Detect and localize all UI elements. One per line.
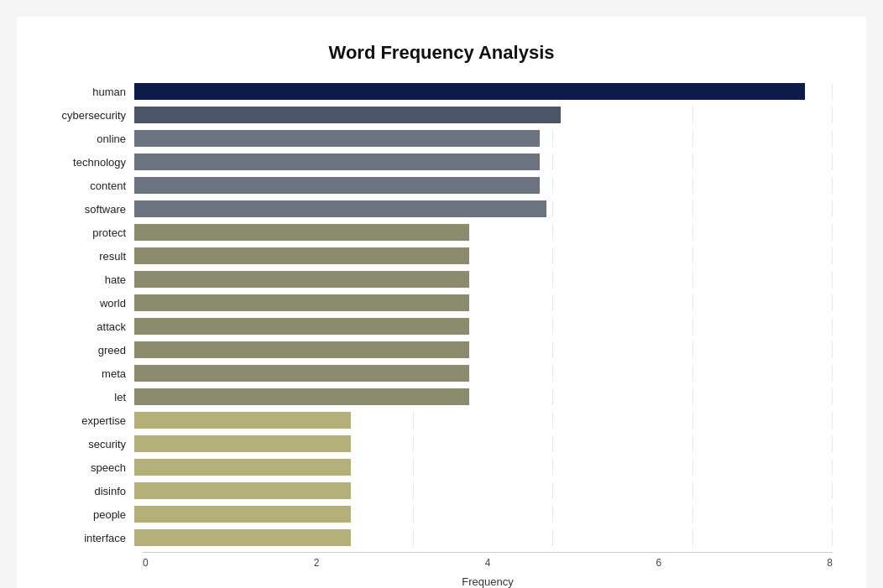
x-tick: 6 (656, 557, 661, 569)
bar-fill (134, 294, 469, 311)
bar-track (134, 271, 833, 288)
bar-row: security (50, 433, 833, 455)
bar-fill (134, 318, 469, 335)
bar-fill (134, 271, 469, 288)
bar-fill (134, 412, 351, 429)
bar-row: meta (50, 362, 833, 384)
bar-label: software (50, 203, 134, 216)
bar-track (134, 318, 833, 335)
bar-track (134, 459, 833, 476)
x-ticks: 02468 (143, 553, 833, 569)
bar-row: greed (50, 339, 833, 361)
bar-row: human (50, 81, 833, 102)
bar-row: world (50, 292, 833, 314)
x-tick: 0 (143, 557, 149, 569)
bar-track (134, 294, 833, 311)
bar-track (134, 177, 833, 194)
bar-row: technology (50, 151, 833, 173)
bar-fill (134, 506, 351, 523)
bar-track (134, 83, 833, 100)
bar-fill (134, 482, 351, 499)
x-tick: 4 (485, 557, 491, 569)
bar-track (134, 529, 833, 546)
bar-label: online (50, 133, 134, 145)
bar-label: content (50, 180, 134, 192)
bar-label: result (50, 250, 134, 263)
bar-track (134, 200, 833, 217)
bar-label: meta (50, 367, 134, 380)
bar-label: attack (50, 320, 134, 333)
bar-label: greed (50, 344, 134, 356)
bar-row: software (50, 198, 833, 220)
x-tick: 2 (314, 557, 320, 569)
bar-label: speech (50, 461, 134, 474)
bar-track (134, 224, 833, 241)
x-axis: 02468 Frequency (143, 552, 833, 588)
bar-row: disinfo (50, 480, 833, 502)
bar-row: people (50, 503, 833, 525)
bar-fill (134, 83, 805, 100)
bar-label: technology (50, 156, 134, 169)
bar-label: let (50, 391, 134, 403)
bar-track (134, 247, 833, 264)
bar-label: hate (50, 273, 134, 286)
bar-label: disinfo (50, 485, 134, 497)
bar-fill (134, 177, 540, 194)
bar-fill (134, 365, 469, 382)
bar-track (134, 107, 833, 123)
bar-row: protect (50, 221, 833, 243)
bar-track (134, 154, 833, 170)
bar-track (134, 388, 833, 405)
bar-fill (134, 529, 351, 546)
bar-label: people (50, 508, 134, 521)
bar-label: human (50, 86, 134, 98)
bar-label: world (50, 297, 134, 310)
bar-row: let (50, 386, 833, 408)
bars-wrapper: humancybersecurityonlinetechnologyconten… (50, 81, 833, 549)
bar-row: online (50, 127, 833, 149)
x-axis-label: Frequency (143, 575, 833, 588)
bar-track (134, 412, 833, 429)
bar-track (134, 365, 833, 382)
bar-fill (134, 459, 351, 476)
bar-track (134, 506, 833, 523)
bar-row: attack (50, 315, 833, 337)
bar-fill (134, 341, 469, 358)
bar-label: cybersecurity (50, 109, 134, 122)
bar-fill (134, 224, 469, 241)
bar-label: security (50, 438, 134, 450)
bar-row: interface (50, 527, 833, 549)
bar-label: expertise (50, 414, 134, 427)
bar-row: speech (50, 456, 833, 478)
bar-track (134, 482, 833, 499)
bar-track (134, 130, 833, 147)
bar-fill (134, 388, 469, 405)
bar-fill (134, 247, 469, 264)
bar-row: content (50, 174, 833, 196)
bar-row: result (50, 245, 833, 267)
bar-fill (134, 154, 540, 170)
bar-fill (134, 435, 351, 452)
chart-title: Word Frequency Analysis (50, 42, 833, 64)
bar-fill (134, 200, 546, 217)
bar-track (134, 341, 833, 358)
bar-label: protect (50, 226, 134, 239)
bar-row: cybersecurity (50, 104, 833, 126)
x-tick: 8 (827, 557, 833, 569)
chart-container: Word Frequency Analysis humancybersecuri… (17, 17, 866, 588)
bar-row: hate (50, 268, 833, 290)
bar-fill (134, 130, 540, 147)
bar-row: expertise (50, 409, 833, 431)
bar-fill (134, 107, 561, 123)
bar-track (134, 435, 833, 452)
bar-label: interface (50, 532, 134, 544)
